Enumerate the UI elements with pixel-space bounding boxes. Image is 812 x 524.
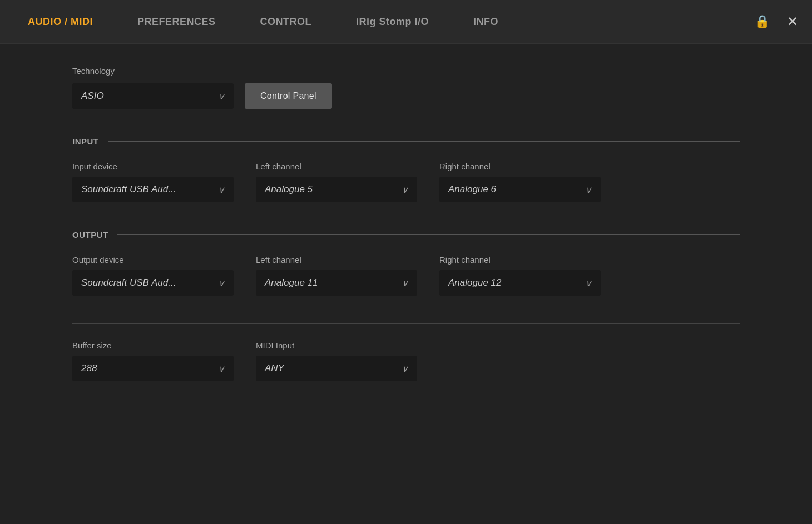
output-device-dropdown[interactable]: Soundcraft USB Aud... ∨	[72, 270, 234, 296]
buffer-size-dropdown[interactable]: 288 ∨	[72, 356, 234, 381]
tab-control[interactable]: CONTROL	[238, 0, 334, 43]
main-content: Technology ASIO ∨ Control Panel INPUT In…	[0, 44, 812, 524]
app-window: AUDIO / MIDI PREFERENCES CONTROL iRig St…	[0, 0, 812, 524]
chevron-down-icon: ∨	[218, 278, 225, 288]
input-section-title: INPUT	[72, 137, 99, 146]
output-device-row: Output device Soundcraft USB Aud... ∨ Le…	[72, 255, 740, 296]
technology-label: Technology	[72, 66, 740, 76]
chevron-down-icon: ∨	[402, 278, 408, 288]
output-right-channel-dropdown[interactable]: Analogue 12 ∨	[439, 270, 601, 296]
chevron-down-icon: ∨	[585, 278, 592, 288]
midi-input-value: ANY	[265, 363, 284, 374]
input-right-channel-field: Right channel Analogue 6 ∨	[439, 162, 601, 202]
close-button[interactable]: ✕	[779, 8, 806, 36]
output-left-channel-dropdown[interactable]: Analogue 11 ∨	[256, 270, 417, 296]
input-device-value: Soundcraft USB Aud...	[81, 184, 176, 195]
input-right-channel-value: Analogue 6	[448, 184, 496, 195]
output-device-field: Output device Soundcraft USB Aud... ∨	[72, 255, 234, 296]
input-section: INPUT Input device Soundcraft USB Aud...…	[72, 137, 740, 202]
section-divider	[72, 323, 740, 324]
tab-preferences[interactable]: PREFERENCES	[115, 0, 238, 43]
output-device-label: Output device	[72, 255, 234, 265]
tab-irig-stomp[interactable]: iRig Stomp I/O	[334, 0, 451, 43]
control-panel-button[interactable]: Control Panel	[245, 83, 332, 109]
output-device-value: Soundcraft USB Aud...	[81, 277, 176, 288]
output-left-channel-label: Left channel	[256, 255, 417, 265]
tab-audio-midi[interactable]: AUDIO / MIDI	[6, 0, 115, 43]
output-section-title: OUTPUT	[72, 230, 108, 239]
input-device-dropdown[interactable]: Soundcraft USB Aud... ∨	[72, 177, 234, 202]
output-right-channel-field: Right channel Analogue 12 ∨	[439, 255, 601, 296]
output-section-header: OUTPUT	[72, 230, 740, 239]
input-left-channel-field: Left channel Analogue 5 ∨	[256, 162, 417, 202]
input-left-channel-value: Analogue 5	[265, 184, 313, 195]
input-device-row: Input device Soundcraft USB Aud... ∨ Lef…	[72, 162, 740, 202]
midi-input-field: MIDI Input ANY ∨	[256, 341, 417, 381]
input-left-channel-label: Left channel	[256, 162, 417, 171]
input-left-channel-dropdown[interactable]: Analogue 5 ∨	[256, 177, 417, 202]
technology-section: Technology ASIO ∨ Control Panel	[72, 66, 740, 109]
output-right-channel-value: Analogue 12	[448, 277, 501, 288]
input-device-field: Input device Soundcraft USB Aud... ∨	[72, 162, 234, 202]
output-left-channel-value: Analogue 11	[265, 277, 318, 288]
input-right-channel-label: Right channel	[439, 162, 601, 171]
chevron-down-icon: ∨	[218, 91, 225, 102]
lock-icon[interactable]: 🔒	[751, 11, 773, 33]
input-right-channel-dropdown[interactable]: Analogue 6 ∨	[439, 177, 601, 202]
input-device-label: Input device	[72, 162, 234, 171]
buffer-size-value: 288	[81, 363, 97, 374]
technology-row: ASIO ∨ Control Panel	[72, 83, 740, 109]
midi-input-label: MIDI Input	[256, 341, 417, 350]
bottom-section: Buffer size 288 ∨ MIDI Input ANY ∨	[72, 341, 740, 381]
output-section-line	[117, 234, 740, 235]
output-right-channel-label: Right channel	[439, 255, 601, 265]
buffer-size-field: Buffer size 288 ∨	[72, 341, 234, 381]
chevron-down-icon: ∨	[402, 184, 408, 195]
technology-dropdown[interactable]: ASIO ∨	[72, 83, 234, 109]
tab-bar: AUDIO / MIDI PREFERENCES CONTROL iRig St…	[0, 0, 812, 44]
chevron-down-icon: ∨	[218, 363, 225, 374]
input-section-line	[108, 141, 740, 142]
technology-value: ASIO	[81, 91, 104, 102]
tab-info[interactable]: INFO	[451, 0, 521, 43]
input-section-header: INPUT	[72, 137, 740, 146]
chevron-down-icon: ∨	[218, 184, 225, 195]
buffer-size-label: Buffer size	[72, 341, 234, 350]
chevron-down-icon: ∨	[585, 184, 592, 195]
chevron-down-icon: ∨	[402, 363, 408, 374]
output-section: OUTPUT Output device Soundcraft USB Aud.…	[72, 230, 740, 296]
output-left-channel-field: Left channel Analogue 11 ∨	[256, 255, 417, 296]
midi-input-dropdown[interactable]: ANY ∨	[256, 356, 417, 381]
